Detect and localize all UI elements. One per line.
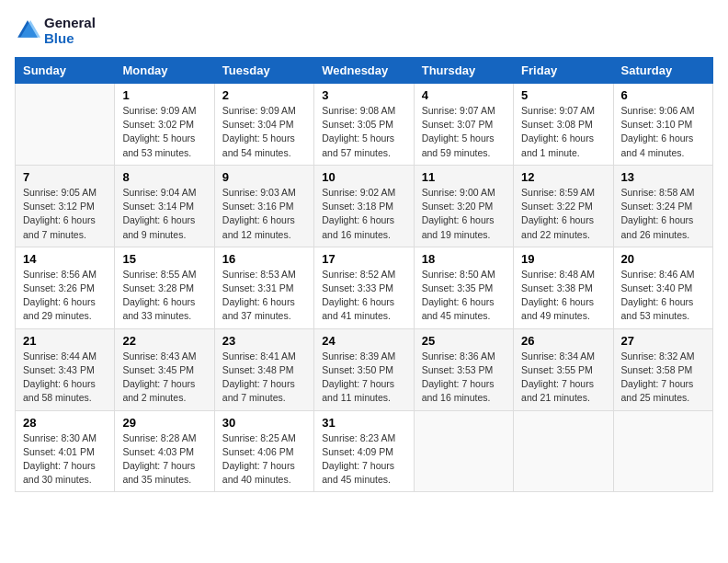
day-info: Sunrise: 8:30 AMSunset: 4:01 PMDaylight:… [23, 431, 107, 488]
day-number: 1 [122, 88, 206, 102]
day-cell: 19Sunrise: 8:48 AMSunset: 3:38 PMDayligh… [514, 247, 613, 328]
day-cell: 30Sunrise: 8:25 AMSunset: 4:06 PMDayligh… [214, 410, 313, 492]
day-info: Sunrise: 8:36 AMSunset: 3:53 PMDaylight:… [422, 350, 506, 406]
day-info: Sunrise: 8:44 AMSunset: 3:43 PMDaylight:… [23, 350, 107, 406]
day-number: 25 [422, 334, 506, 348]
day-info: Sunrise: 8:34 AMSunset: 3:55 PMDaylight:… [521, 350, 605, 406]
day-cell: 7Sunrise: 9:05 AMSunset: 3:12 PMDaylight… [16, 165, 115, 247]
week-row-2: 7Sunrise: 9:05 AMSunset: 3:12 PMDaylight… [16, 165, 713, 247]
day-number: 20 [621, 252, 705, 266]
day-number: 27 [621, 334, 705, 348]
day-cell: 31Sunrise: 8:23 AMSunset: 4:09 PMDayligh… [314, 410, 414, 492]
day-info: Sunrise: 8:52 AMSunset: 3:33 PMDaylight:… [322, 268, 405, 324]
day-cell: 25Sunrise: 8:36 AMSunset: 3:53 PMDayligh… [414, 328, 513, 410]
logo: General Blue [15, 15, 96, 46]
day-info: Sunrise: 9:03 AMSunset: 3:16 PMDaylight:… [222, 186, 306, 242]
day-info: Sunrise: 9:09 AMSunset: 3:04 PMDaylight:… [222, 104, 306, 160]
week-row-4: 21Sunrise: 8:44 AMSunset: 3:43 PMDayligh… [16, 328, 713, 410]
day-info: Sunrise: 8:56 AMSunset: 3:26 PMDaylight:… [23, 268, 107, 324]
day-info: Sunrise: 9:02 AMSunset: 3:18 PMDaylight:… [322, 186, 405, 242]
day-info: Sunrise: 9:00 AMSunset: 3:20 PMDaylight:… [422, 186, 506, 242]
day-info: Sunrise: 9:09 AMSunset: 3:02 PMDaylight:… [122, 104, 206, 160]
day-number: 4 [422, 88, 506, 102]
day-info: Sunrise: 8:39 AMSunset: 3:50 PMDaylight:… [322, 350, 405, 406]
header-cell-monday: Monday [115, 58, 214, 84]
day-cell: 3Sunrise: 9:08 AMSunset: 3:05 PMDaylight… [314, 84, 414, 166]
day-info: Sunrise: 9:05 AMSunset: 3:12 PMDaylight:… [23, 186, 107, 242]
day-number: 9 [222, 170, 306, 184]
day-number: 21 [23, 334, 107, 348]
day-number: 13 [621, 170, 705, 184]
day-cell: 8Sunrise: 9:04 AMSunset: 3:14 PMDaylight… [115, 165, 214, 247]
day-cell: 10Sunrise: 9:02 AMSunset: 3:18 PMDayligh… [314, 165, 414, 247]
day-info: Sunrise: 9:04 AMSunset: 3:14 PMDaylight:… [122, 186, 206, 242]
week-row-3: 14Sunrise: 8:56 AMSunset: 3:26 PMDayligh… [16, 247, 713, 328]
day-info: Sunrise: 8:32 AMSunset: 3:58 PMDaylight:… [621, 350, 705, 406]
calendar-header: SundayMondayTuesdayWednesdayThursdayFrid… [16, 58, 713, 84]
day-info: Sunrise: 8:48 AMSunset: 3:38 PMDaylight:… [521, 268, 605, 324]
day-cell: 18Sunrise: 8:50 AMSunset: 3:35 PMDayligh… [414, 247, 513, 328]
day-info: Sunrise: 8:25 AMSunset: 4:06 PMDaylight:… [222, 431, 306, 488]
day-cell: 12Sunrise: 8:59 AMSunset: 3:22 PMDayligh… [514, 165, 613, 247]
day-info: Sunrise: 8:55 AMSunset: 3:28 PMDaylight:… [122, 268, 206, 324]
day-info: Sunrise: 8:23 AMSunset: 4:09 PMDaylight:… [322, 431, 405, 488]
day-cell [514, 410, 613, 492]
day-number: 17 [322, 252, 405, 266]
day-number: 23 [222, 334, 306, 348]
day-cell: 20Sunrise: 8:46 AMSunset: 3:40 PMDayligh… [613, 247, 712, 328]
header-cell-saturday: Saturday [613, 58, 712, 84]
day-number: 30 [222, 416, 306, 430]
day-number: 16 [222, 252, 306, 266]
day-cell: 23Sunrise: 8:41 AMSunset: 3:48 PMDayligh… [214, 328, 313, 410]
day-cell: 26Sunrise: 8:34 AMSunset: 3:55 PMDayligh… [514, 328, 613, 410]
day-info: Sunrise: 9:07 AMSunset: 3:08 PMDaylight:… [521, 104, 605, 160]
day-cell: 17Sunrise: 8:52 AMSunset: 3:33 PMDayligh… [314, 247, 414, 328]
day-number: 12 [521, 170, 605, 184]
day-cell [16, 84, 115, 166]
day-number: 7 [23, 170, 107, 184]
day-number: 22 [122, 334, 206, 348]
day-cell [613, 410, 712, 492]
header-row: SundayMondayTuesdayWednesdayThursdayFrid… [16, 58, 713, 84]
day-cell: 1Sunrise: 9:09 AMSunset: 3:02 PMDaylight… [115, 84, 214, 166]
day-number: 29 [122, 416, 206, 430]
day-number: 18 [422, 252, 506, 266]
week-row-5: 28Sunrise: 8:30 AMSunset: 4:01 PMDayligh… [16, 410, 713, 492]
header-cell-sunday: Sunday [16, 58, 115, 84]
day-info: Sunrise: 8:28 AMSunset: 4:03 PMDaylight:… [122, 431, 206, 488]
day-cell: 9Sunrise: 9:03 AMSunset: 3:16 PMDaylight… [214, 165, 313, 247]
day-info: Sunrise: 8:58 AMSunset: 3:24 PMDaylight:… [621, 186, 705, 242]
page-header: General Blue [15, 15, 713, 46]
day-number: 10 [322, 170, 405, 184]
day-number: 31 [322, 416, 405, 430]
day-info: Sunrise: 9:06 AMSunset: 3:10 PMDaylight:… [621, 104, 705, 160]
day-cell: 5Sunrise: 9:07 AMSunset: 3:08 PMDaylight… [514, 84, 613, 166]
day-number: 15 [122, 252, 206, 266]
day-cell: 11Sunrise: 9:00 AMSunset: 3:20 PMDayligh… [414, 165, 513, 247]
calendar-body: 1Sunrise: 9:09 AMSunset: 3:02 PMDaylight… [16, 84, 713, 492]
day-number: 11 [422, 170, 506, 184]
day-number: 2 [222, 88, 306, 102]
day-cell: 24Sunrise: 8:39 AMSunset: 3:50 PMDayligh… [314, 328, 414, 410]
calendar-table: SundayMondayTuesdayWednesdayThursdayFrid… [15, 57, 713, 492]
day-number: 24 [322, 334, 405, 348]
day-number: 3 [322, 88, 405, 102]
day-info: Sunrise: 8:46 AMSunset: 3:40 PMDaylight:… [621, 268, 705, 324]
day-cell: 15Sunrise: 8:55 AMSunset: 3:28 PMDayligh… [115, 247, 214, 328]
header-cell-tuesday: Tuesday [214, 58, 313, 84]
day-info: Sunrise: 8:50 AMSunset: 3:35 PMDaylight:… [422, 268, 506, 324]
day-cell: 27Sunrise: 8:32 AMSunset: 3:58 PMDayligh… [613, 328, 712, 410]
day-info: Sunrise: 8:41 AMSunset: 3:48 PMDaylight:… [222, 350, 306, 406]
day-cell: 2Sunrise: 9:09 AMSunset: 3:04 PMDaylight… [214, 84, 313, 166]
day-cell: 21Sunrise: 8:44 AMSunset: 3:43 PMDayligh… [16, 328, 115, 410]
day-number: 26 [521, 334, 605, 348]
day-cell: 13Sunrise: 8:58 AMSunset: 3:24 PMDayligh… [613, 165, 712, 247]
day-number: 19 [521, 252, 605, 266]
header-cell-wednesday: Wednesday [314, 58, 414, 84]
day-number: 14 [23, 252, 107, 266]
day-info: Sunrise: 8:43 AMSunset: 3:45 PMDaylight:… [122, 350, 206, 406]
logo-text: General Blue [44, 15, 96, 46]
day-info: Sunrise: 9:08 AMSunset: 3:05 PMDaylight:… [322, 104, 405, 160]
day-info: Sunrise: 9:07 AMSunset: 3:07 PMDaylight:… [422, 104, 506, 160]
day-cell: 14Sunrise: 8:56 AMSunset: 3:26 PMDayligh… [16, 247, 115, 328]
